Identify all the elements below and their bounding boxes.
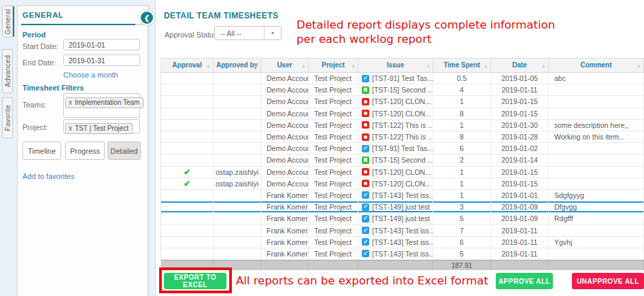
column-header-time-spent[interactable]: Time Spent▲ [433, 59, 491, 72]
view-button-timeline[interactable]: Timeline [22, 142, 61, 160]
table-row[interactable]: Frank KomerTest Project✓[TST-143] Test i… [161, 237, 644, 248]
approved-by-cell [214, 84, 261, 95]
table-body: Demo AccountTest Project✓[TST-91] Test T… [161, 73, 644, 260]
approved-by-cell: ostap.zaishlyi [214, 167, 261, 178]
issue-key-text[interactable]: [TST-120] CLON... [372, 168, 431, 176]
sort-icon[interactable]: ▲ [351, 63, 356, 69]
issue-key-text[interactable]: [TST-149] just test [372, 214, 430, 223]
sort-icon[interactable]: ▲ [206, 63, 211, 69]
issue-key-text[interactable]: [TST-91] Test Tas... [372, 144, 433, 152]
table-row[interactable]: Frank KomerTest Project✓[TST-149] just t… [161, 213, 644, 225]
column-header-project[interactable]: Project▲ [309, 59, 358, 72]
table-row[interactable]: Demo AccountTest Project✓[TST-91] Test T… [161, 143, 644, 154]
column-header-date[interactable]: Date▲ [491, 59, 549, 72]
issue-key-text[interactable]: [TST-122] This is ... [372, 121, 433, 129]
annotation-text-bottom: All reports can be exported into Excel f… [236, 274, 488, 287]
side-tab-favorite[interactable]: Favorite [2, 97, 13, 138]
sort-icon[interactable]: ▲ [426, 63, 430, 69]
column-header-user[interactable]: User▲ [261, 59, 309, 72]
issue-cell: [TST-15] Second ... [358, 84, 433, 95]
table-row[interactable]: Demo AccountTest Project[TST-15] Second … [161, 154, 644, 166]
comment-cell: Dfgvgg [549, 201, 644, 212]
table-row[interactable]: Frank KomerTest Project✓[TST-149] just t… [161, 201, 644, 213]
table-row[interactable]: Demo AccountTest Project[TST-120] CLON..… [161, 108, 644, 120]
column-header-approved-by[interactable]: Approved by▲ [214, 59, 261, 72]
approval-cell [161, 225, 214, 235]
approval-cell: ✔ [161, 178, 214, 189]
column-header-approval[interactable]: Approval▲ [161, 59, 214, 72]
table-header-row: Approval▲Approved by▲User▲Project▲Issue▲… [161, 58, 644, 73]
issue-key-text[interactable]: [TST-149] just test [372, 203, 430, 211]
issue-key-text[interactable]: [TST-143] Test iss... [372, 238, 433, 246]
project-cell: Test Project [309, 154, 358, 165]
sort-icon[interactable]: ▲ [484, 63, 488, 69]
team-chip[interactable]: xImplementation Team [65, 97, 143, 108]
table-row[interactable]: ✔ostap.zaishlyiDemo AccountTest Project[… [161, 167, 644, 178]
comment-cell [549, 96, 644, 107]
issue-key-text[interactable]: [TST-91] Test Tas... [372, 74, 433, 82]
comment-cell [549, 178, 644, 189]
sort-icon[interactable]: ▲ [637, 63, 641, 69]
issue-key-text[interactable]: [TST-122] This is ... [372, 133, 433, 141]
table-row[interactable]: Demo AccountTest Project✓[TST-91] Test T… [161, 73, 644, 84]
table-row[interactable]: Frank KomerTest Project✓[TST-143] Test i… [161, 190, 644, 201]
approval-check-icon: ✔ [184, 167, 190, 177]
collapse-panel-button[interactable]: ❮ [139, 10, 154, 25]
issue-key-text[interactable]: [TST-120] CLON... [372, 110, 431, 118]
issue-cell: [TST-120] CLON... [358, 108, 433, 119]
project-chip[interactable]: xTST | Test Project [65, 123, 133, 134]
approval-cell [161, 108, 214, 119]
issue-key-text[interactable]: [TST-15] Second ... [372, 86, 433, 94]
approved-by-cell [214, 73, 261, 84]
approve-all-button[interactable]: APPROVE ALL [496, 273, 553, 289]
approved-by-cell: ostap.zaishlyi [214, 178, 261, 189]
project-cell: Test Project [309, 190, 358, 201]
side-tab-general[interactable]: General [2, 5, 13, 37]
project-cell: Test Project [309, 213, 358, 224]
choose-month-link[interactable]: Choose a month [63, 71, 118, 79]
approval-status-select[interactable]: -- All -- ▼ [214, 26, 282, 40]
column-header-comment[interactable]: Comment▲ [549, 59, 644, 72]
sort-icon[interactable]: ▲ [301, 63, 306, 69]
add-to-favorites-link[interactable]: Add to favorites [22, 172, 74, 180]
project-filter-box[interactable]: xTST | Test Project [63, 119, 140, 133]
view-button-detailed[interactable]: Detailed [107, 142, 141, 160]
time-spent-cell: 0.5 [433, 73, 491, 84]
approval-cell [161, 190, 214, 201]
issue-key-text[interactable]: [TST-15] Second ... [372, 156, 433, 164]
chip-remove-icon[interactable]: x [69, 125, 72, 132]
side-tab-advanced[interactable]: Advanced [2, 49, 13, 93]
sort-icon[interactable]: ▲ [254, 63, 258, 69]
total-row-cell [261, 261, 309, 270]
table-row[interactable]: Demo AccountTest Project[TST-122] This i… [161, 131, 644, 143]
table-row[interactable]: ✔ostap.zaishlyiDemo AccountTest Project[… [161, 178, 644, 190]
table-row[interactable]: Demo AccountTest Project[TST-15] Second … [161, 84, 644, 96]
issue-key-text[interactable]: [TST-143] Test iss... [372, 250, 433, 258]
export-to-excel-button[interactable]: EXPORT TO EXCEL [164, 273, 226, 289]
chip-remove-icon[interactable]: x [69, 99, 72, 106]
task-issue-type-icon: ✓ [362, 215, 369, 223]
total-time-value: 187.91 [433, 261, 491, 270]
unapprove-all-button[interactable]: UNAPPROVE ALL [572, 273, 644, 289]
approved-by-cell [214, 201, 261, 212]
column-header-issue[interactable]: Issue▲ [358, 59, 433, 72]
issue-cell: [TST-15] Second ... [358, 154, 433, 165]
approval-check-icon: ✔ [184, 179, 190, 188]
table-row[interactable]: Demo AccountTest Project[TST-122] This i… [161, 120, 644, 131]
user-cell: Frank Komer [261, 248, 309, 259]
issue-key-text[interactable]: [TST-143] Test iss... [372, 191, 433, 199]
issue-key-text[interactable]: [TST-120] CLON... [372, 180, 431, 188]
issue-key-text[interactable]: [TST-120] CLON... [372, 97, 431, 105]
issue-key-text[interactable]: [TST-143] Test iss... [372, 227, 433, 235]
view-button-progress[interactable]: Progress [65, 142, 105, 160]
start-date-input[interactable] [63, 39, 140, 50]
annotation-line: Detailed report displays complete inform… [296, 18, 555, 32]
issue-cell: ✓[TST-149] just test [358, 213, 433, 224]
teams-filter-box[interactable]: xImplementation Team [63, 93, 140, 118]
total-row-cell [161, 261, 214, 270]
table-row[interactable]: Demo AccountTest Project[TST-120] CLON..… [161, 96, 644, 108]
table-row[interactable]: Frank KomerTest Project✓[TST-143] Test i… [161, 225, 644, 236]
end-date-input[interactable] [63, 54, 140, 66]
table-row[interactable]: Frank KomerTest Project✓[TST-143] Test i… [161, 248, 644, 260]
sort-icon[interactable]: ▲ [541, 63, 546, 69]
